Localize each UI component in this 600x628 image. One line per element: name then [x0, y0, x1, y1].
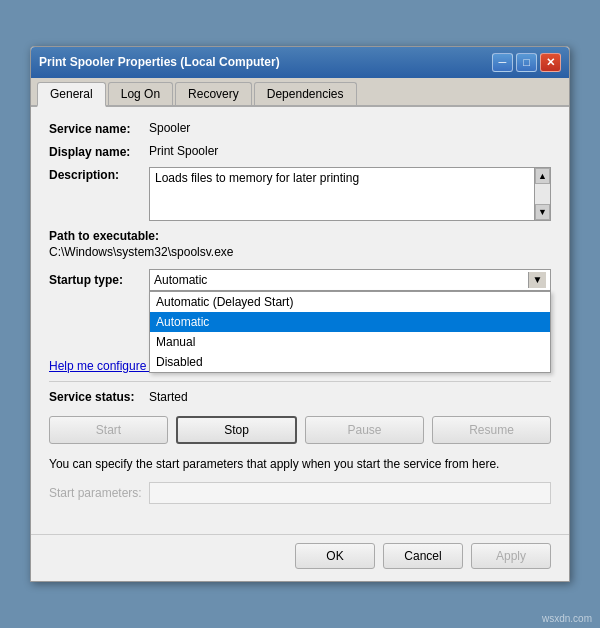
dropdown-item-automatic[interactable]: Automatic: [150, 312, 550, 332]
tab-general[interactable]: General: [37, 82, 106, 107]
startup-dropdown-arrow[interactable]: ▼: [528, 272, 546, 288]
display-name-row: Display name: Print Spooler: [49, 144, 551, 159]
service-name-value: Spooler: [149, 121, 190, 135]
path-section: Path to executable: C:\Windows\system32\…: [49, 229, 551, 259]
startup-dropdown[interactable]: Automatic (Delayed Start) Automatic Manu…: [149, 291, 551, 373]
apply-button[interactable]: Apply: [471, 543, 551, 569]
tab-recovery[interactable]: Recovery: [175, 82, 252, 105]
stop-button[interactable]: Stop: [176, 416, 297, 444]
start-button[interactable]: Start: [49, 416, 168, 444]
pause-button[interactable]: Pause: [305, 416, 424, 444]
service-status-row: Service status: Started: [49, 390, 551, 404]
status-label: Service status:: [49, 390, 149, 404]
path-value: C:\Windows\system32\spoolsv.exe: [49, 245, 551, 259]
dropdown-item-delayed[interactable]: Automatic (Delayed Start): [150, 292, 550, 312]
scroll-track: [535, 184, 550, 204]
description-value: Loads files to memory for later printing: [150, 168, 534, 220]
info-text: You can specify the start parameters tha…: [49, 456, 551, 473]
window-title: Print Spooler Properties (Local Computer…: [39, 55, 280, 69]
params-label: Start parameters:: [49, 486, 149, 500]
maximize-button[interactable]: □: [516, 53, 537, 72]
tab-logon[interactable]: Log On: [108, 82, 173, 105]
display-name-label: Display name:: [49, 144, 149, 159]
window-controls: ─ □ ✕: [492, 53, 561, 72]
description-row: Description: Loads files to memory for l…: [49, 167, 551, 221]
status-value: Started: [149, 390, 188, 404]
ok-button[interactable]: OK: [295, 543, 375, 569]
tab-bar: General Log On Recovery Dependencies: [31, 78, 569, 107]
params-input[interactable]: [149, 482, 551, 504]
separator-1: [49, 381, 551, 382]
tab-dependencies[interactable]: Dependencies: [254, 82, 357, 105]
startup-select[interactable]: Automatic ▼: [149, 269, 551, 291]
title-bar: Print Spooler Properties (Local Computer…: [31, 47, 569, 78]
startup-container: Startup type: Automatic ▼ Automatic (Del…: [49, 269, 551, 291]
minimize-button[interactable]: ─: [492, 53, 513, 72]
bottom-buttons: OK Cancel Apply: [31, 534, 569, 581]
cancel-button[interactable]: Cancel: [383, 543, 463, 569]
path-label: Path to executable:: [49, 229, 551, 243]
resume-button[interactable]: Resume: [432, 416, 551, 444]
display-name-value: Print Spooler: [149, 144, 218, 158]
dropdown-item-disabled[interactable]: Disabled: [150, 352, 550, 372]
service-name-label: Service name:: [49, 121, 149, 136]
startup-label: Startup type:: [49, 273, 149, 287]
description-scrollbar[interactable]: ▲ ▼: [534, 168, 550, 220]
service-buttons: Start Stop Pause Resume: [49, 416, 551, 444]
dropdown-item-manual[interactable]: Manual: [150, 332, 550, 352]
startup-select-value: Automatic: [154, 273, 207, 287]
watermark: wsxdn.com: [542, 613, 592, 624]
description-label: Description:: [49, 167, 149, 182]
description-wrapper: Loads files to memory for later printing…: [149, 167, 551, 221]
tab-content: Service name: Spooler Display name: Prin…: [31, 107, 569, 535]
scroll-up-btn[interactable]: ▲: [535, 168, 550, 184]
startup-row: Startup type: Automatic ▼: [49, 269, 551, 291]
close-button[interactable]: ✕: [540, 53, 561, 72]
params-row: Start parameters:: [49, 482, 551, 504]
scroll-down-btn[interactable]: ▼: [535, 204, 550, 220]
service-name-row: Service name: Spooler: [49, 121, 551, 136]
